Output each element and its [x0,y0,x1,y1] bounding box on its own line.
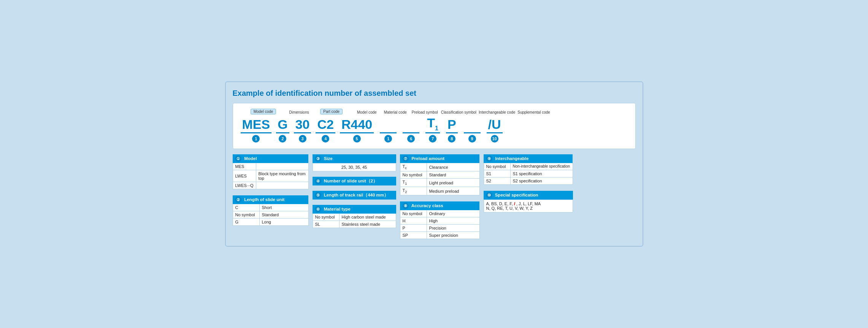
page-title: Example of identification number of asse… [233,89,636,98]
classification-symbol-label: Classification symbol [441,110,476,114]
code-c2: C2 4 [316,117,335,143]
interchangeable-code-label: Interchangeable code [479,110,515,114]
circle-5: 5 [353,135,361,143]
circle-length-slide: ② [235,196,241,203]
col-4: ⑨ Interchangeable No symbol Non-intercha… [484,154,573,212]
preload-symbol-label: Preload symbol [412,110,438,114]
length-track-header: ⑤ Length of track rail（440 mm） [313,191,396,200]
interchange-s2-desc: S2 specification [510,177,573,184]
interchangeable-row-3: S2 S2 specification [484,177,573,184]
interchangeable-header: ⑨ Interchangeable [484,154,573,163]
code-r440-val: R440 [340,117,374,133]
circle-6: 6 [407,135,415,143]
accuracy-row-2: H High [400,217,479,225]
preload-row-3: T1 Light preload [400,179,479,187]
circle-special: ⑩ [486,192,492,198]
code-p-val: P [446,117,458,133]
length-nosym-desc: Standard [259,211,308,218]
label-model-code-1: Model code [241,109,286,115]
code-mes: MES 1 [241,117,272,143]
length-slide-header: ② Length of slide unit [233,195,308,204]
code-slash-u: /U 10 [487,117,503,143]
code-g-val: G [276,117,289,133]
code-t1-val: T1 [425,116,440,133]
code-slash-u-val: /U [487,117,503,133]
interchangeable-row-2: S1 S1 specification [484,170,573,177]
code-blank-1: 1 [380,119,397,143]
model-row-3: LWES···Q [233,182,308,189]
code-c2-val: C2 [316,117,335,133]
accuracy-sp-desc: Super precision [427,232,479,239]
preload-row-1: Tc Clearance [400,163,479,171]
labels-row: Model code Dimensions Part code Model co… [237,109,632,115]
model-desc-lwes: Block type mounting from top [256,170,308,182]
special-section: ⑩ Special specification A, BS, D, E, F, … [484,191,573,212]
supplemental-code-label: Supplemental code [517,110,550,114]
circle-material: ⑥ [315,206,321,212]
length-track-section: ⑤ Length of track rail（440 mm） [313,191,396,200]
material-section: ⑥ Material type No symbol High carbon st… [313,205,396,228]
circle-9: 9 [468,135,476,143]
material-code-label: Material code [384,110,407,114]
length-g-code: G [233,218,259,225]
interchange-nosym-code: No symbol [484,163,510,170]
size-header: ③ Size [313,154,396,163]
main-container: Example of identification number of asse… [225,81,643,247]
circle-2: 2 [279,135,286,143]
circle-model: ① [235,155,241,162]
material-table: No symbol High carbon steel made SL Stai… [313,214,396,228]
code-30-val: 30 [294,117,311,133]
preload-t2-desc: Medium preload [427,187,479,195]
material-header: ⑥ Material type [313,205,396,214]
circle-number-slide: ④ [315,178,321,184]
interchange-s1-desc: S1 specification [510,170,573,177]
length-slide-row-1: C Short [233,204,308,211]
col-1: ① ① Model Model MES LWES Block type moun… [233,154,309,226]
model-table: ① ① Model Model MES LWES Block type moun… [233,154,309,189]
preload-nosym-code: No symbol [400,171,427,179]
material-sl-desc: Stainless steel made [339,220,396,228]
length-c-desc: Short [259,204,308,211]
number-slide-section: ④ Number of slide unit（2） [313,177,396,185]
label-supplemental-code: Supplemental code [517,110,550,115]
accuracy-h-desc: High [427,217,479,225]
preload-table: ⑦ Preload amount Tc Clearance No symbol … [400,154,480,196]
model-row-2: LWES Block type mounting from top [233,170,308,182]
label-model-code-2: Model code [355,110,378,115]
code-p: P 8 [446,117,458,143]
model-code-tag-1: Model code [251,109,276,114]
accuracy-row-4: SP Super precision [400,232,479,239]
interchangeable-row-1: No symbol Non-interchangeable specificat… [484,163,573,170]
circle-3: 3 [299,135,306,143]
model-desc-lwesq [256,182,308,189]
length-slide-table: ② Length of slide unit C Short No symbol… [233,195,309,226]
length-nosym-code: No symbol [233,211,259,218]
model-code-lwesq: LWES···Q [233,182,256,189]
preload-header: ⑦ Preload amount [400,154,479,163]
part-code-tag: Part code [320,109,343,114]
accuracy-row-3: P Precision [400,225,479,232]
col-3: ⑦ Preload amount Tc Clearance No symbol … [400,154,480,239]
code-g: G 2 [276,117,289,143]
preload-tc-code: Tc [400,163,427,171]
code-r440: R440 5 [340,117,374,143]
label-preload-symbol: Preload symbol [412,110,438,115]
length-slide-row-2: No symbol Standard [233,211,308,218]
code-blank-6: 6 [403,119,419,143]
code-mes-val: MES [241,117,272,133]
accuracy-row-1: No symbol Ordinary [400,210,479,217]
diagram-area: Model code Dimensions Part code Model co… [233,103,636,149]
circle-1b: 1 [384,135,392,143]
preload-t1-code: T1 [400,179,427,187]
model-code-mes: MES [233,163,256,170]
model-desc-mes [256,163,308,170]
circle-8: 8 [448,135,455,143]
circle-4: 4 [322,135,329,143]
preload-tc-desc: Clearance [427,163,479,171]
circle-interchangeable: ⑨ [486,155,492,162]
material-nosym-code: No symbol [313,214,339,221]
length-c-code: C [233,204,259,211]
label-dimensions: Dimensions [289,110,309,115]
accuracy-header: ⑧ Accuracy class [400,201,479,210]
model-header: ① ① Model Model [233,154,308,163]
